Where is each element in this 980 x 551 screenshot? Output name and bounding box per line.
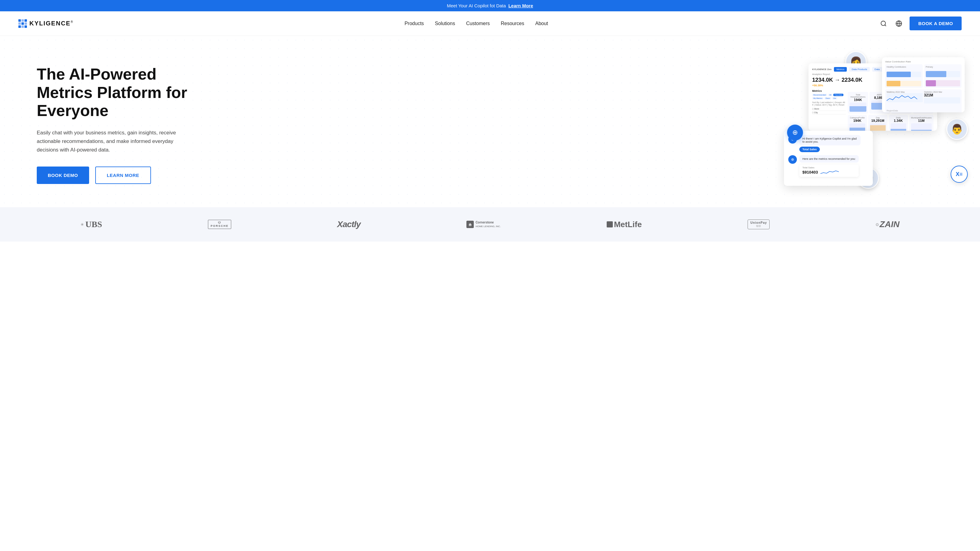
partner-zain: ⊙ ZAIN xyxy=(875,219,899,229)
hero-content: The AI-Powered Metrics Platform for Ever… xyxy=(37,65,208,184)
logo-text: KYLIGENCE® xyxy=(29,20,73,27)
hero-illustration: 👩 👨 👩🏾 KYLIGENCE Zen Metrics Data Produc… xyxy=(784,54,962,195)
dashboard-card-analytics: Value Contribution Rate Healthy Contribu… xyxy=(882,57,965,112)
book-demo-button[interactable]: BOOK DEMO xyxy=(37,167,89,184)
total-sales-value: $910403 xyxy=(802,170,818,175)
logo[interactable]: KYLIGENCE® xyxy=(18,19,73,28)
excel-badge: X≡ xyxy=(951,166,968,183)
banner-link[interactable]: Learn More xyxy=(508,3,533,8)
hero-buttons: BOOK DEMO LEARN MORE xyxy=(37,167,208,184)
chat-message-1: Hi there! I am Kyligence Copilot and I'm… xyxy=(799,135,861,145)
copilot-icon-chat-2: ⊕ xyxy=(788,155,797,164)
learn-more-button[interactable]: LEARN MORE xyxy=(95,167,151,184)
globe-icon xyxy=(896,20,902,27)
header-book-demo-button[interactable]: BOOK A DEMO xyxy=(910,16,962,30)
chat-highlight: Total Sales xyxy=(799,147,820,152)
language-button[interactable] xyxy=(894,19,904,28)
nav-solutions[interactable]: Solutions xyxy=(435,21,455,26)
partner-metlife: MetLife xyxy=(607,220,642,229)
nav-about[interactable]: About xyxy=(535,21,548,26)
nav-products[interactable]: Products xyxy=(404,21,424,26)
partner-ubs: ✳ UBS xyxy=(81,219,102,229)
header-actions: BOOK A DEMO xyxy=(879,16,962,30)
logo-icon xyxy=(18,19,27,28)
hero-title: The AI-Powered Metrics Platform for Ever… xyxy=(37,65,208,120)
nav-customers[interactable]: Customers xyxy=(466,21,490,26)
hero-section: The AI-Powered Metrics Platform for Ever… xyxy=(0,36,980,207)
partner-cornerstone: 🏠 CornerstoneHOME LENDING, INC. xyxy=(466,221,501,228)
avatar-right: 👨 xyxy=(946,119,968,140)
top-banner: Meet Your AI Copilot fot Data Learn More xyxy=(0,0,980,11)
svg-point-0 xyxy=(881,21,886,25)
search-button[interactable] xyxy=(879,19,888,28)
hero-description: Easily chat with your business metrics, … xyxy=(37,129,196,154)
partner-xactly: Xactly xyxy=(337,219,361,229)
header: KYLIGENCE® Products Solutions Customers … xyxy=(0,11,980,36)
partner-porsche: 🛡 PORSCHE xyxy=(208,220,232,229)
banner-text: Meet Your AI Copilot fot Data xyxy=(447,3,506,8)
partners-section: ✳ UBS 🛡 PORSCHE Xactly 🏠 CornerstoneHOME… xyxy=(0,207,980,241)
search-icon xyxy=(880,20,887,27)
copilot-badge: ⊕ xyxy=(787,125,803,140)
sparkline-chart xyxy=(821,169,839,175)
main-nav: Products Solutions Customers Resources A… xyxy=(404,21,548,26)
svg-line-1 xyxy=(885,25,886,26)
partner-unionpay: UnionPay 银联 xyxy=(748,219,770,229)
total-sales-label: Total Sales xyxy=(802,166,856,169)
nav-resources[interactable]: Resources xyxy=(501,21,524,26)
chat-message-2: Here are the metrics recommended for you… xyxy=(799,155,859,162)
